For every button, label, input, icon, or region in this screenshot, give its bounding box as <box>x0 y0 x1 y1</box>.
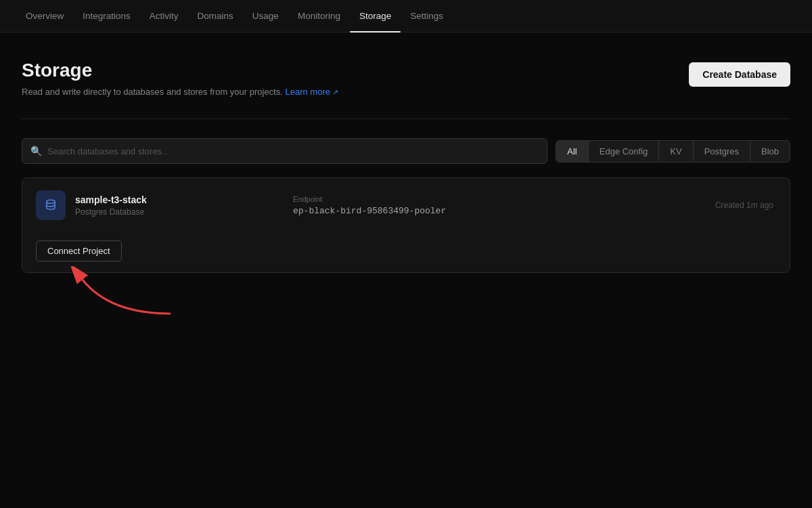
nav-storage[interactable]: Storage <box>350 0 401 33</box>
filter-postgres[interactable]: Postgres <box>694 141 750 162</box>
nav-overview[interactable]: Overview <box>16 0 73 33</box>
filter-group: All Edge Config KV Postgres Blob <box>556 140 790 163</box>
arrow-annotation <box>22 266 790 320</box>
endpoint-value: ep-black-bird-95863499-pooler <box>293 206 702 216</box>
filter-blob[interactable]: Blob <box>750 141 790 162</box>
filter-all[interactable]: All <box>556 141 588 162</box>
filter-edge-config[interactable]: Edge Config <box>589 141 660 162</box>
external-link-icon: ↗ <box>332 88 338 97</box>
page-header: Storage Read and write directly to datab… <box>22 60 790 97</box>
nav-activity[interactable]: Activity <box>140 0 188 33</box>
postgres-icon <box>41 196 60 215</box>
db-created-meta: Created 1m ago <box>715 200 776 210</box>
svg-rect-0 <box>41 196 60 215</box>
page-subtitle: Read and write directly to databases and… <box>22 87 338 97</box>
connect-project-button[interactable]: Connect Project <box>36 240 122 261</box>
db-endpoint: Endpoint ep-black-bird-95863499-pooler <box>279 195 715 216</box>
nav-integrations[interactable]: Integrations <box>73 0 140 33</box>
db-info: sample-t3-stack Postgres Database <box>75 194 279 217</box>
nav-domains[interactable]: Domains <box>188 0 243 33</box>
db-icon <box>36 190 66 220</box>
database-card: sample-t3-stack Postgres Database Endpoi… <box>22 177 790 273</box>
nav-settings[interactable]: Settings <box>401 0 453 33</box>
page-title: Storage <box>22 60 338 81</box>
nav-monitoring[interactable]: Monitoring <box>288 0 350 33</box>
learn-more-link[interactable]: Learn more↗ <box>285 87 338 97</box>
create-database-button[interactable]: Create Database <box>689 62 790 87</box>
search-input[interactable] <box>47 146 539 156</box>
db-name: sample-t3-stack <box>75 194 279 205</box>
search-icon: 🔍 <box>30 146 42 156</box>
main-content: Storage Read and write directly to datab… <box>0 33 812 347</box>
nav-usage[interactable]: Usage <box>243 0 288 33</box>
top-nav: Overview Integrations Activity Domains U… <box>0 0 812 33</box>
endpoint-label: Endpoint <box>293 195 702 203</box>
filter-kv[interactable]: KV <box>659 141 693 162</box>
db-card-header: sample-t3-stack Postgres Database Endpoi… <box>22 178 790 232</box>
search-filter-row: 🔍 All Edge Config KV Postgres Blob <box>22 138 790 164</box>
divider <box>22 119 790 119</box>
header-text: Storage Read and write directly to datab… <box>22 60 338 97</box>
db-type: Postgres Database <box>75 207 279 217</box>
svg-point-2 <box>47 200 55 203</box>
red-arrow-icon <box>55 266 204 317</box>
search-box: 🔍 <box>22 138 547 164</box>
